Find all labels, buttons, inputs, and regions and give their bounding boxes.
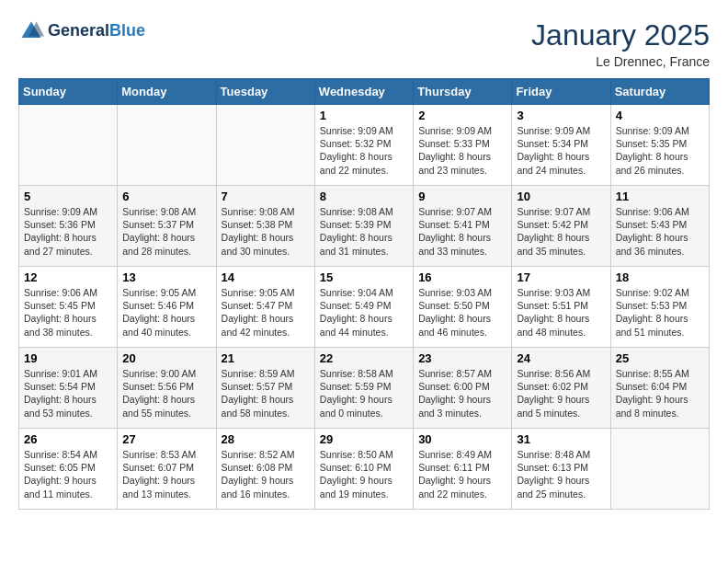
day-info: Sunrise: 8:58 AM Sunset: 5:59 PM Dayligh… [320,367,408,419]
calendar-cell: 10Sunrise: 9:07 AM Sunset: 5:42 PM Dayli… [512,186,610,267]
day-info: Sunrise: 8:55 AM Sunset: 6:04 PM Dayligh… [616,367,704,419]
day-info: Sunrise: 9:08 AM Sunset: 5:37 PM Dayligh… [122,205,210,258]
day-info: Sunrise: 9:05 AM Sunset: 5:47 PM Dayligh… [222,286,310,339]
day-number: 8 [320,190,408,203]
calendar-cell: 8Sunrise: 9:08 AM Sunset: 5:39 PM Daylig… [314,186,413,267]
day-number: 2 [418,109,506,122]
day-number: 10 [517,190,605,203]
day-info: Sunrise: 8:53 AM Sunset: 6:07 PM Dayligh… [122,448,210,500]
day-number: 1 [320,109,408,122]
calendar-cell: 12Sunrise: 9:06 AM Sunset: 5:45 PM Dayli… [19,267,118,348]
calendar-cell: 4Sunrise: 9:09 AM Sunset: 5:35 PM Daylig… [610,105,709,186]
calendar-cell: 9Sunrise: 9:07 AM Sunset: 5:41 PM Daylig… [414,186,512,267]
weekday-header-wednesday: Wednesday [314,79,413,105]
day-number: 28 [222,432,310,446]
day-number: 4 [616,109,704,122]
day-number: 25 [616,351,704,365]
calendar-cell: 15Sunrise: 9:04 AM Sunset: 5:49 PM Dayli… [314,267,413,348]
weekday-header-sunday: Sunday [19,79,118,105]
calendar-cell: 30Sunrise: 8:49 AM Sunset: 6:11 PM Dayli… [414,429,512,510]
calendar-cell: 18Sunrise: 9:02 AM Sunset: 5:53 PM Dayli… [610,267,709,348]
calendar-cell: 14Sunrise: 9:05 AM Sunset: 5:47 PM Dayli… [216,267,314,348]
day-info: Sunrise: 9:02 AM Sunset: 5:53 PM Dayligh… [616,286,704,339]
day-number: 19 [24,351,112,365]
calendar-cell: 21Sunrise: 8:59 AM Sunset: 5:57 PM Dayli… [216,348,314,429]
weekday-header-thursday: Thursday [414,79,512,105]
week-row-4: 19Sunrise: 9:01 AM Sunset: 5:54 PM Dayli… [19,348,710,429]
weekday-header-saturday: Saturday [610,79,709,105]
week-row-3: 12Sunrise: 9:06 AM Sunset: 5:45 PM Dayli… [19,267,710,348]
day-number: 27 [122,432,210,446]
calendar-cell: 22Sunrise: 8:58 AM Sunset: 5:59 PM Dayli… [314,348,413,429]
day-info: Sunrise: 9:09 AM Sunset: 5:32 PM Dayligh… [320,124,408,177]
calendar-cell: 17Sunrise: 9:03 AM Sunset: 5:51 PM Dayli… [512,267,610,348]
title-block: January 2025 Le Drennec, France [531,18,710,69]
day-info: Sunrise: 9:09 AM Sunset: 5:33 PM Dayligh… [418,124,506,177]
day-number: 24 [517,351,605,365]
calendar-cell: 6Sunrise: 9:08 AM Sunset: 5:37 PM Daylig… [118,186,216,267]
day-number: 16 [418,270,506,284]
calendar-cell: 5Sunrise: 9:09 AM Sunset: 5:36 PM Daylig… [19,186,118,267]
location-text: Le Drennec, France [531,54,710,69]
day-info: Sunrise: 8:50 AM Sunset: 6:10 PM Dayligh… [320,448,408,500]
day-number: 6 [122,190,210,203]
logo: General Blue [18,18,145,44]
calendar-cell: 29Sunrise: 8:50 AM Sunset: 6:10 PM Dayli… [314,429,413,510]
weekday-header-monday: Monday [118,79,216,105]
calendar-cell: 13Sunrise: 9:05 AM Sunset: 5:46 PM Dayli… [118,267,216,348]
calendar-cell: 24Sunrise: 8:56 AM Sunset: 6:02 PM Dayli… [512,348,610,429]
page-header: General Blue January 2025 Le Drennec, Fr… [18,18,710,69]
month-title: January 2025 [531,18,710,52]
day-info: Sunrise: 9:06 AM Sunset: 5:45 PM Dayligh… [24,286,112,339]
calendar-cell: 19Sunrise: 9:01 AM Sunset: 5:54 PM Dayli… [19,348,118,429]
day-info: Sunrise: 9:04 AM Sunset: 5:49 PM Dayligh… [320,286,408,339]
weekday-header-friday: Friday [512,79,610,105]
day-number: 7 [222,190,310,203]
day-number: 29 [320,432,408,446]
day-info: Sunrise: 9:09 AM Sunset: 5:35 PM Dayligh… [616,124,704,177]
calendar-cell: 26Sunrise: 8:54 AM Sunset: 6:05 PM Dayli… [19,429,118,510]
day-info: Sunrise: 8:57 AM Sunset: 6:00 PM Dayligh… [418,367,506,419]
day-number: 11 [616,190,704,203]
calendar-cell: 7Sunrise: 9:08 AM Sunset: 5:38 PM Daylig… [216,186,314,267]
day-info: Sunrise: 9:07 AM Sunset: 5:41 PM Dayligh… [418,205,506,258]
day-number: 26 [24,432,112,446]
day-number: 22 [320,351,408,365]
week-row-2: 5Sunrise: 9:09 AM Sunset: 5:36 PM Daylig… [19,186,710,267]
day-info: Sunrise: 8:56 AM Sunset: 6:02 PM Dayligh… [517,367,605,419]
day-number: 31 [517,432,605,446]
day-info: Sunrise: 9:09 AM Sunset: 5:36 PM Dayligh… [24,205,112,258]
day-info: Sunrise: 9:05 AM Sunset: 5:46 PM Dayligh… [122,286,210,339]
logo-blue-text: Blue [109,22,145,40]
day-info: Sunrise: 8:48 AM Sunset: 6:13 PM Dayligh… [517,448,605,500]
logo-icon [18,18,44,44]
day-number: 3 [517,109,605,122]
day-number: 12 [24,270,112,284]
calendar-cell [19,105,118,186]
day-info: Sunrise: 9:07 AM Sunset: 5:42 PM Dayligh… [517,205,605,258]
calendar-table: SundayMondayTuesdayWednesdayThursdayFrid… [18,78,710,510]
day-info: Sunrise: 8:49 AM Sunset: 6:11 PM Dayligh… [418,448,506,500]
calendar-cell: 31Sunrise: 8:48 AM Sunset: 6:13 PM Dayli… [512,429,610,510]
calendar-cell: 11Sunrise: 9:06 AM Sunset: 5:43 PM Dayli… [610,186,709,267]
calendar-cell [118,105,216,186]
calendar-cell: 25Sunrise: 8:55 AM Sunset: 6:04 PM Dayli… [610,348,709,429]
day-number: 9 [418,190,506,203]
day-info: Sunrise: 8:59 AM Sunset: 5:57 PM Dayligh… [222,367,310,419]
calendar-cell [216,105,314,186]
day-number: 14 [222,270,310,284]
day-info: Sunrise: 8:54 AM Sunset: 6:05 PM Dayligh… [24,448,112,500]
day-info: Sunrise: 9:08 AM Sunset: 5:38 PM Dayligh… [222,205,310,258]
day-info: Sunrise: 9:09 AM Sunset: 5:34 PM Dayligh… [517,124,605,177]
calendar-cell: 1Sunrise: 9:09 AM Sunset: 5:32 PM Daylig… [314,105,413,186]
day-number: 30 [418,432,506,446]
day-info: Sunrise: 9:01 AM Sunset: 5:54 PM Dayligh… [24,367,112,419]
calendar-cell: 28Sunrise: 8:52 AM Sunset: 6:08 PM Dayli… [216,429,314,510]
week-row-1: 1Sunrise: 9:09 AM Sunset: 5:32 PM Daylig… [19,105,710,186]
day-number: 21 [222,351,310,365]
logo-general-text: General [48,22,109,40]
weekday-header-row: SundayMondayTuesdayWednesdayThursdayFrid… [19,79,710,105]
calendar-cell [610,429,709,510]
day-info: Sunrise: 9:08 AM Sunset: 5:39 PM Dayligh… [320,205,408,258]
day-number: 13 [122,270,210,284]
